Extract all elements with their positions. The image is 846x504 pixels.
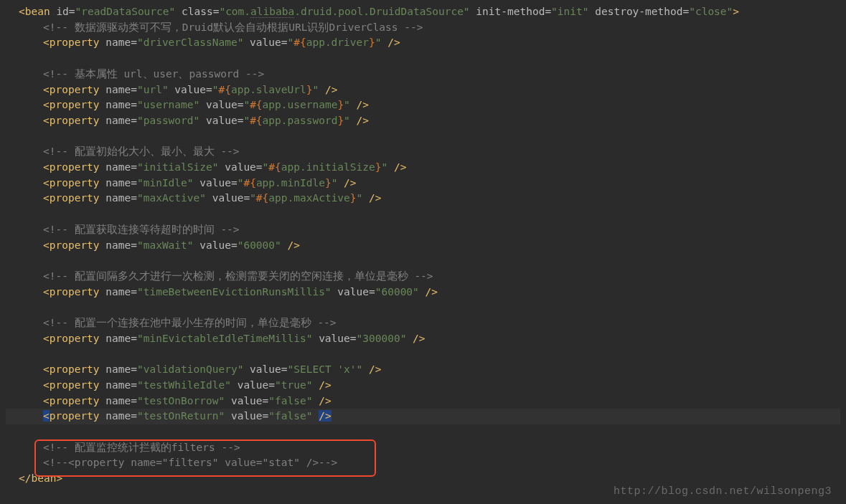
code-line: <!-- 基本属性 url、user、password --> [6, 67, 840, 82]
blank-line [6, 51, 840, 67]
code-line: <property name="testWhileIdle" value="tr… [6, 378, 840, 394]
code-line: <property name="username" value="#{app.u… [6, 98, 840, 113]
code-line: <property name="url" value="#{app.slaveU… [6, 82, 840, 98]
code-line: <!-- 数据源驱动类可不写，Druid默认会自动根据URL识别DriverCl… [6, 20, 840, 36]
code-line: <!-- 配置获取连接等待超时的时间 --> [6, 222, 840, 238]
blank-line [6, 346, 840, 362]
code-line: <property name="testOnBorrow" value="fal… [6, 394, 840, 409]
code-line: <bean id="readDataSource" class="com.ali… [6, 4, 840, 20]
code-line: <property name="maxWait" value="60000" /… [6, 238, 840, 254]
code-line: <property name="minIdle" value="#{app.mi… [6, 176, 840, 191]
code-line: <!-- 配置间隔多久才进行一次检测，检测需要关闭的空闲连接，单位是毫秒 --> [6, 269, 840, 285]
code-line: <!-- 配置监控统计拦截的filters --> [6, 440, 840, 456]
blank-line [6, 424, 840, 440]
code-line: <!-- 配置一个连接在池中最小生存的时间，单位是毫秒 --> [6, 315, 840, 331]
blank-line [6, 206, 840, 222]
code-line: <!-- 配置初始化大小、最小、最大 --> [6, 144, 840, 160]
code-editor[interactable]: <bean id="readDataSource" class="com.ali… [0, 0, 846, 491]
code-line: <property name="initialSize" value="#{ap… [6, 160, 840, 176]
blank-line [6, 300, 840, 315]
code-line: <property name="timeBetweenEvictionRunsM… [6, 285, 840, 300]
code-line: <property name="testOnReturn" value="fal… [6, 409, 840, 424]
code-line: <property name="maxActive" value="#{app.… [6, 191, 840, 206]
code-line: <property name="minEvictableIdleTimeMill… [6, 331, 840, 347]
code-line: <property name="validationQuery" value="… [6, 362, 840, 378]
code-line: <property name="password" value="#{app.p… [6, 113, 840, 129]
code-line: <!--<property name="filters" value="stat… [6, 455, 840, 471]
code-line: <property name="driverClassName" value="… [6, 35, 840, 51]
blank-line [6, 129, 840, 145]
watermark-text: http://blog.csdn.net/wilsonpeng3 [614, 484, 832, 500]
blank-line [6, 253, 840, 269]
